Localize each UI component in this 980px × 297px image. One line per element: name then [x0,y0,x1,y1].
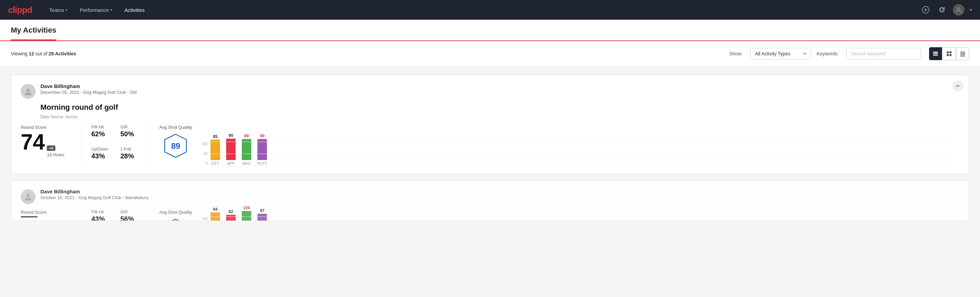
bar-arg-2: 106 ARG [242,206,251,221]
stat-gir-value: 50% [121,130,140,138]
stat-1putt-value: 28% [121,152,140,160]
round-score-section: Round Score [21,210,82,221]
view-toggle-list-detail[interactable] [929,47,942,60]
bar-ott-value: 85 [213,134,217,139]
round-score-label: Round Score [21,210,72,215]
nav-performance[interactable]: Performance ▾ [74,0,119,20]
card-user-info: Dave Billingham October 16, 2021 - Gog M… [40,188,959,200]
card-stats-row: Round Score 74 +4 18 Holes FW Hit 62% GI… [21,125,959,166]
bar-putt-2: 87 PUTT [258,208,267,221]
stat-fw-hit: FW Hit 62% [91,125,111,144]
bar-ott-2-value: 94 [213,207,217,212]
filter-bar: Viewing 12 out of 29 Activities Show: Al… [0,41,980,67]
svg-rect-8 [950,51,951,53]
avg-shot-section: Avg Shot Quality 89 100 [150,125,959,166]
stat-fw-hit-value: 43% [91,215,111,221]
stats-grid: FW Hit 62% GIR 50% Up/Down 43% 1 Putt 28… [82,125,150,166]
shot-quality-chart-2: 100 50 0 94 OTT [202,210,950,221]
stat-fw-hit-value: 62% [91,130,111,138]
stat-1putt: 1 Putt 28% [121,147,140,166]
keyword-search-input[interactable] [846,48,921,59]
svg-point-17 [27,194,30,198]
avg-shot-section: Avg Shot Quality 100 50 [150,210,959,221]
avatar [21,189,36,204]
view-toggle-grid[interactable] [943,47,956,60]
score-badge: +4 [47,145,55,151]
bar-ott: 85 OTT [210,134,220,166]
page-header: My Activities [0,20,980,41]
stat-gir-label: GIR [121,125,140,129]
stats-grid: FW Hit 43% GIR 56% [82,210,150,221]
nav-activities[interactable]: Activities [119,0,151,20]
avg-shot-label: Avg Shot Quality [159,210,192,215]
svg-marker-18 [165,219,186,221]
refresh-button[interactable] [937,5,947,15]
keywords-label: Keywords: [817,51,839,56]
y-axis-2: 100 50 0 [202,216,209,221]
bar-arg: 89 ARG [242,134,251,166]
svg-rect-6 [933,55,938,56]
bar-arg-value: 89 [244,134,248,138]
svg-rect-11 [960,52,965,52]
bar-arg-rect [242,139,251,160]
card-user-name: Dave Billingham [40,83,959,89]
avatar-chevron-icon: ▾ [970,8,972,12]
stat-updown-label: Up/Down [91,147,111,152]
activity-type-select[interactable]: All Activity Types [750,48,811,59]
score-loading-indicator [21,216,38,217]
avg-shot-hexagon [159,217,192,221]
stat-updown-value: 43% [91,152,111,160]
svg-rect-12 [960,53,965,54]
card-activity-title: Morning round of golf [40,103,959,112]
nav-teams[interactable]: Teams ▾ [43,0,74,20]
card-header: Dave Billingham October 16, 2021 - Gog M… [21,188,959,204]
card-user-info: Dave Billingham December 05, 2021 - Gog … [40,83,959,95]
bar-putt: 89 PUTT [258,134,267,166]
bar-putt-value: 89 [260,134,264,138]
bar-arg-2-value: 106 [243,206,250,210]
bar-app-2-value: 82 [229,209,233,214]
bar-ott-rect [210,140,220,160]
teams-chevron-icon: ▾ [65,8,68,12]
score-holes: 18 Holes [47,152,64,157]
viewing-count-text: Viewing 12 out of 29 Activities [11,51,76,56]
card-data-source: Data Source: Arccos [40,115,959,119]
stat-gir: GIR 50% [121,125,140,144]
add-button[interactable] [920,5,931,15]
view-toggle-group [929,47,969,60]
stat-gir-label: GIR [121,210,140,214]
svg-rect-5 [933,53,938,54]
card-stats-row: Round Score FW Hit 43% GIR 56% Avg Shot … [21,210,959,221]
svg-point-3 [957,8,960,11]
stat-gir: GIR 56% [121,210,140,221]
page-title: My Activities [11,26,56,40]
svg-rect-7 [947,51,949,53]
activity-card: ✏ Dave Billingham December 05, 2021 - Go… [11,75,969,174]
bar-app: 90 APP [226,133,235,166]
svg-rect-13 [960,54,965,55]
svg-rect-10 [950,54,951,56]
stat-updown: Up/Down 43% [91,147,111,166]
bar-putt-rect [258,139,267,160]
bar-putt-2-value: 87 [260,208,264,213]
bar-groups: 85 OTT 90 APP [210,142,950,166]
activity-card: Dave Billingham October 16, 2021 - Gog M… [11,180,969,221]
svg-rect-4 [933,52,938,53]
avatar [21,84,36,99]
navbar: clippd Teams ▾ Performance ▾ Activities [0,0,980,20]
view-toggle-list-compact[interactable] [956,47,969,60]
card-header: Dave Billingham December 05, 2021 - Gog … [21,83,959,99]
stat-fw-hit-label: FW Hit [91,210,111,214]
round-score-label: Round Score [21,125,72,130]
shot-quality-chart: 100 50 0 85 [202,125,950,166]
score-number: 74 [21,131,45,153]
bar-app-2: 82 APP [226,209,235,221]
round-score-section: Round Score 74 +4 18 Holes [21,125,82,166]
edit-button[interactable]: ✏ [953,81,963,91]
activities-list: ✏ Dave Billingham December 05, 2021 - Go… [0,67,980,235]
user-avatar[interactable] [953,4,964,16]
performance-chevron-icon: ▾ [110,8,112,12]
bar-app-value: 90 [229,133,233,138]
avg-shot-label: Avg Shot Quality [159,125,192,130]
stat-gir-value: 56% [121,215,140,221]
